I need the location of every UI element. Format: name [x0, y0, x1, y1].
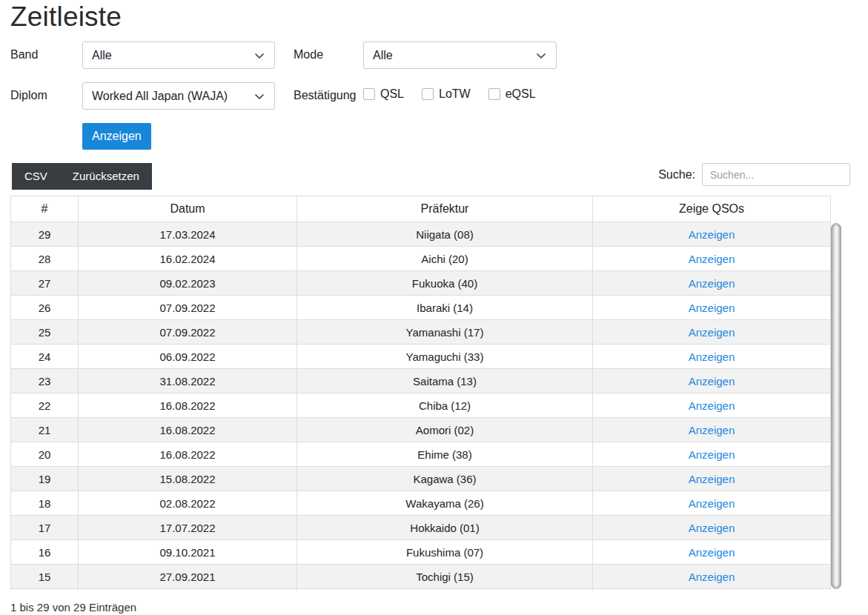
filter-row-2: Diplom Worked All Japan (WAJA) Bestätigu… — [10, 82, 868, 110]
page: Zeitleiste Band Alle Mode Alle Diplom Wo… — [0, 0, 868, 614]
row-number-cell: 29 — [11, 222, 79, 247]
zeige-qsos-link[interactable]: Anzeigen — [689, 448, 735, 461]
row-number-cell: 22 — [11, 393, 79, 418]
row-link-cell: Anzeigen — [593, 540, 831, 565]
search-group: Suche: — [658, 163, 850, 186]
zeige-qsos-link[interactable]: Anzeigen — [689, 302, 735, 314]
column-header-praefektur[interactable]: Präfektur — [297, 196, 593, 222]
eqsl-checkbox-label: eQSL — [506, 87, 536, 101]
row-datum-cell: 07.09.2022 — [79, 296, 297, 320]
diplom-select[interactable]: Worked All Japan (WAJA) — [82, 82, 275, 110]
row-number-cell: 17 — [11, 516, 79, 540]
zeige-qsos-link[interactable]: Anzeigen — [689, 424, 735, 436]
band-select[interactable]: Alle — [82, 41, 275, 69]
search-input[interactable] — [702, 163, 850, 186]
zeige-qsos-link[interactable]: Anzeigen — [689, 571, 735, 583]
zeige-qsos-link[interactable]: Anzeigen — [689, 253, 735, 265]
diplom-select-value: Worked All Japan (WAJA) — [92, 90, 254, 103]
qsl-checkbox[interactable] — [363, 88, 375, 100]
zeige-qsos-link[interactable]: Anzeigen — [689, 399, 735, 412]
lotw-checkbox[interactable] — [422, 88, 434, 100]
table-header-row: # Datum Präfektur Zeige QSOs — [11, 196, 831, 222]
row-praefektur-cell: Fukuoka (40) — [297, 271, 593, 296]
row-datum-cell: 09.02.2023 — [79, 271, 297, 296]
zeige-qsos-link[interactable]: Anzeigen — [689, 277, 735, 290]
column-header-zeige-qsos[interactable]: Zeige QSOs — [593, 196, 831, 222]
zeige-qsos-link[interactable]: Anzeigen — [689, 522, 735, 534]
row-praefektur-cell: Fukushima (07) — [297, 540, 593, 565]
table-row: 1527.09.2021Tochigi (15)Anzeigen — [11, 565, 831, 589]
table-row: 2016.08.2022Ehime (38)Anzeigen — [11, 442, 831, 467]
zeige-qsos-link[interactable]: Anzeigen — [689, 497, 735, 510]
row-datum-cell: 09.10.2021 — [79, 540, 297, 565]
eqsl-checkbox-item[interactable]: eQSL — [488, 87, 536, 101]
table-row: 1717.07.2022Hokkaido (01)Anzeigen — [11, 516, 831, 540]
search-label: Suche: — [658, 168, 695, 182]
row-number-cell: 18 — [11, 491, 79, 516]
bestaetigung-checkbox-group: QSL LoTW eQSL — [363, 82, 536, 101]
row-praefektur-cell: Wakayama (26) — [297, 491, 593, 516]
row-number-cell: 15 — [11, 565, 79, 589]
zeige-qsos-link[interactable]: Anzeigen — [689, 473, 735, 485]
table-row: 2709.02.2023Fukuoka (40)Anzeigen — [11, 271, 831, 296]
row-link-cell: Anzeigen — [593, 491, 831, 516]
zeige-qsos-link[interactable]: Anzeigen — [689, 228, 735, 241]
row-datum-cell: 16.08.2022 — [79, 393, 297, 418]
row-praefektur-cell: Ibaraki (14) — [297, 296, 593, 320]
empty-cell — [593, 589, 831, 591]
empty-cell — [297, 589, 593, 591]
table-row-partial — [11, 589, 831, 591]
mode-select[interactable]: Alle — [363, 41, 557, 69]
zeige-qsos-link[interactable]: Anzeigen — [689, 350, 735, 363]
chevron-down-icon — [254, 50, 265, 62]
table-row: 1609.10.2021Fukushima (07)Anzeigen — [11, 540, 831, 565]
row-praefektur-cell: Aomori (02) — [297, 418, 593, 442]
row-datum-cell: 07.09.2022 — [79, 320, 297, 345]
row-link-cell: Anzeigen — [593, 467, 831, 491]
row-datum-cell: 16.08.2022 — [79, 418, 297, 442]
reset-button[interactable]: Zurücksetzen — [60, 163, 152, 190]
row-link-cell: Anzeigen — [593, 442, 831, 467]
row-number-cell: 26 — [11, 296, 79, 320]
csv-button[interactable]: CSV — [12, 163, 60, 190]
qsl-checkbox-item[interactable]: QSL — [363, 87, 404, 101]
row-datum-cell: 02.08.2022 — [79, 491, 297, 516]
band-select-value: Alle — [92, 49, 254, 62]
lotw-checkbox-item[interactable]: LoTW — [422, 87, 471, 101]
lotw-checkbox-label: LoTW — [439, 87, 471, 101]
column-header-number[interactable]: # — [11, 196, 79, 222]
row-number-cell: 28 — [11, 247, 79, 271]
page-title: Zeitleiste — [10, 1, 868, 33]
filter-row-1: Band Alle Mode Alle — [10, 41, 868, 69]
row-link-cell: Anzeigen — [593, 369, 831, 393]
zeige-qsos-link[interactable]: Anzeigen — [689, 326, 735, 339]
vertical-scrollbar-thumb[interactable] — [831, 223, 841, 589]
table-toolbar: CSV Zurücksetzen Suche: — [10, 163, 868, 190]
row-praefektur-cell: Chiba (12) — [297, 393, 593, 418]
mode-label: Mode — [294, 41, 363, 62]
row-datum-cell: 16.02.2024 — [79, 247, 297, 271]
row-praefektur-cell: Saitama (13) — [297, 369, 593, 393]
export-button-group: CSV Zurücksetzen — [12, 163, 152, 190]
chevron-down-icon — [535, 50, 547, 62]
zeige-qsos-link[interactable]: Anzeigen — [689, 375, 735, 388]
diplom-label: Diplom — [10, 82, 82, 102]
table-row: 2816.02.2024Aichi (20)Anzeigen — [11, 247, 831, 271]
row-praefektur-cell: Hokkaido (01) — [297, 516, 593, 540]
zeige-qsos-link[interactable]: Anzeigen — [689, 546, 735, 559]
eqsl-checkbox[interactable] — [488, 88, 500, 100]
table-row: 2406.09.2022Yamaguchi (33)Anzeigen — [11, 345, 831, 369]
row-link-cell: Anzeigen — [593, 418, 831, 442]
empty-cell — [79, 589, 297, 591]
row-number-cell: 25 — [11, 320, 79, 345]
row-link-cell: Anzeigen — [593, 247, 831, 271]
table-row: 2116.08.2022Aomori (02)Anzeigen — [11, 418, 831, 442]
row-praefektur-cell: Niigata (08) — [297, 222, 593, 247]
row-datum-cell: 06.09.2022 — [79, 345, 297, 369]
row-praefektur-cell: Yamanashi (17) — [297, 320, 593, 345]
row-number-cell: 23 — [11, 369, 79, 393]
anzeigen-submit-button[interactable]: Anzeigen — [82, 123, 151, 150]
column-header-datum[interactable]: Datum — [79, 196, 297, 222]
row-datum-cell: 15.08.2022 — [79, 467, 297, 491]
table-row: 2331.08.2022Saitama (13)Anzeigen — [11, 369, 831, 393]
